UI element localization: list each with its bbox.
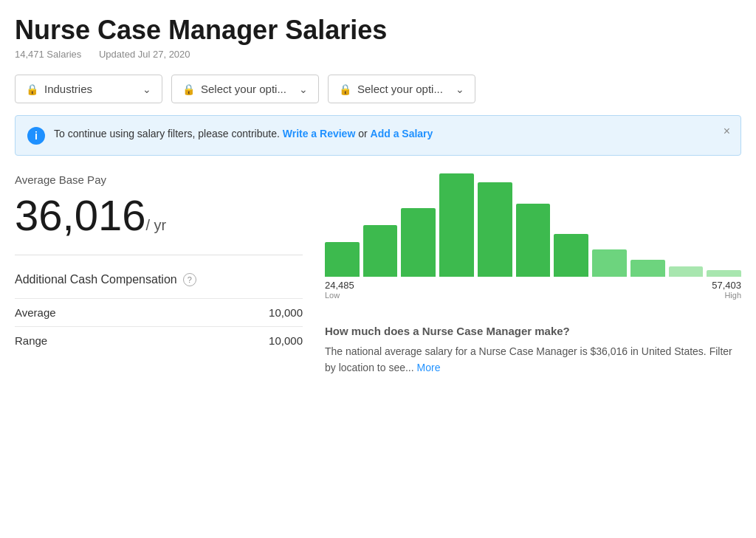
salary-count: 14,471 Salaries [15, 49, 81, 60]
cash-average-label: Average [15, 299, 173, 327]
chart-low-label: Low [325, 291, 354, 300]
divider-1 [15, 255, 303, 255]
avg-base-pay-label: Average Base Pay [15, 173, 303, 186]
right-panel: 24,485 Low 57,403 High How much does a N… [325, 173, 741, 376]
cash-table: Average 10,000 Range 10,000 [15, 298, 303, 354]
chevron-industries-icon: ⌄ [142, 83, 151, 95]
chart-high-label-group: 57,403 High [712, 280, 741, 300]
cash-row-range: Range 10,000 [15, 327, 303, 355]
banner-text: To continue using salary filters, please… [54, 126, 433, 142]
chart-high-label: High [712, 291, 741, 300]
add-salary-link[interactable]: Add a Salary [371, 128, 433, 139]
left-panel: Average Base Pay 36,016/ yr Additional C… [15, 173, 325, 376]
filter-option-2[interactable]: 🔒 Select your opti... ⌄ [171, 75, 319, 103]
filter-option-3[interactable]: 🔒 Select your opti... ⌄ [328, 75, 475, 103]
write-review-link[interactable]: Write a Review [283, 128, 356, 139]
description-text: The national average salary for a Nurse … [325, 343, 741, 376]
bar-10 [707, 270, 741, 277]
bar-7 [592, 249, 627, 277]
bar-8 [630, 260, 665, 277]
banner-text-before: To continue using salary filters, please… [54, 128, 280, 139]
salary-value: 36,016 [15, 191, 145, 239]
updated-date: Updated Jul 27, 2020 [99, 49, 190, 60]
description-more-link[interactable]: More [417, 362, 441, 373]
description-body: The national average salary for a Nurse … [325, 345, 732, 373]
cash-range-value: 10,000 [173, 327, 303, 355]
salary-amount: 36,016/ yr [15, 190, 303, 240]
bar-4 [478, 182, 512, 277]
filter-option2-label: Select your opti... [201, 83, 293, 95]
page-title: Nurse Case Manager Salaries [15, 15, 741, 46]
info-icon: i [27, 127, 45, 145]
info-banner: i To continue using salary filters, plea… [15, 115, 741, 156]
banner-text-or: or [358, 128, 370, 139]
bar-9 [669, 266, 704, 277]
banner-close-button[interactable]: × [724, 125, 730, 138]
cash-average-value: 10,000 [173, 299, 303, 327]
bar-2 [401, 208, 436, 277]
chart-low-value: 24,485 [325, 280, 354, 291]
lock-icon-option3: 🔒 [339, 83, 351, 95]
cash-range-label: Range [15, 327, 173, 355]
description-box: How much does a Nurse Case Manager make?… [325, 317, 741, 376]
bar-0 [325, 242, 360, 277]
additional-cash-label: Additional Cash Compensation [15, 273, 177, 286]
filter-industries-label: Industries [44, 83, 137, 95]
bar-1 [363, 225, 398, 277]
filter-option3-label: Select your opti... [357, 83, 450, 95]
lock-icon-industries: 🔒 [26, 83, 38, 95]
bar-5 [516, 204, 551, 277]
question-icon[interactable]: ? [183, 273, 196, 286]
bar-chart [325, 173, 741, 277]
additional-cash-header: Additional Cash Compensation ? [15, 273, 303, 286]
cash-row-average: Average 10,000 [15, 299, 303, 327]
bar-6 [554, 234, 588, 277]
filters-row: 🔒 Industries ⌄ 🔒 Select your opti... ⌄ 🔒… [15, 75, 741, 103]
filter-industries[interactable]: 🔒 Industries ⌄ [15, 75, 162, 103]
chart-high-value: 57,403 [712, 280, 741, 291]
chart-labels: 24,485 Low 57,403 High [325, 280, 741, 300]
lock-icon-option2: 🔒 [182, 83, 195, 95]
bar-3 [439, 173, 474, 277]
chart-area: 24,485 Low 57,403 High [325, 173, 741, 300]
chevron-option3-icon: ⌄ [456, 83, 464, 95]
chevron-option2-icon: ⌄ [299, 83, 308, 95]
main-content: Average Base Pay 36,016/ yr Additional C… [15, 173, 741, 376]
chart-low-label-group: 24,485 Low [325, 280, 354, 300]
salary-per-yr: / yr [145, 217, 166, 233]
additional-cash-section: Additional Cash Compensation ? Average 1… [15, 273, 303, 354]
description-title: How much does a Nurse Case Manager make? [325, 325, 741, 337]
subtitle: 14,471 Salaries Updated Jul 27, 2020 [15, 49, 741, 60]
